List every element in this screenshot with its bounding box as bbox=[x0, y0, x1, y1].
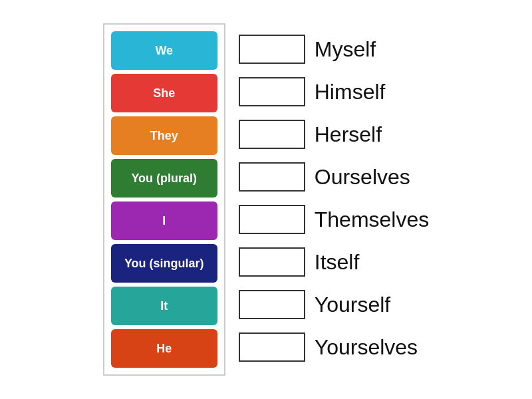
match-row: Yourselves bbox=[239, 328, 430, 366]
match-row: Itself bbox=[239, 243, 430, 281]
drop-box-himself[interactable] bbox=[239, 77, 305, 106]
reflexive-label: Myself bbox=[315, 37, 376, 62]
pronoun-btn-he[interactable]: He bbox=[111, 329, 217, 368]
match-row: Myself bbox=[239, 30, 430, 68]
main-container: WeSheTheyYou (plural)IYou (singular)ItHe… bbox=[90, 10, 443, 389]
drop-box-yourselves[interactable] bbox=[239, 332, 305, 362]
drop-box-myself[interactable] bbox=[239, 35, 305, 64]
drop-box-itself[interactable] bbox=[239, 247, 305, 277]
match-row: Themselves bbox=[239, 200, 430, 239]
reflexive-label: Yourselves bbox=[315, 335, 418, 360]
reflexives-column: MyselfHimselfHerselfOurselvesThemselvesI… bbox=[239, 23, 430, 366]
pronoun-btn-it[interactable]: It bbox=[111, 287, 217, 325]
reflexive-label: Herself bbox=[315, 122, 382, 147]
drop-box-herself[interactable] bbox=[239, 120, 305, 149]
pronoun-btn-they[interactable]: They bbox=[111, 116, 217, 155]
drop-box-yourself[interactable] bbox=[239, 290, 305, 319]
reflexive-label: Yourself bbox=[315, 293, 390, 317]
pronoun-btn-we[interactable]: We bbox=[111, 31, 217, 70]
match-row: Yourself bbox=[239, 285, 430, 324]
reflexive-label: Itself bbox=[315, 250, 360, 275]
pronouns-column: WeSheTheyYou (plural)IYou (singular)ItHe bbox=[103, 23, 225, 376]
pronoun-btn-she[interactable]: She bbox=[111, 74, 217, 112]
pronoun-btn-i[interactable]: I bbox=[111, 201, 217, 240]
drop-box-ourselves[interactable] bbox=[239, 162, 305, 192]
match-row: Ourselves bbox=[239, 158, 430, 196]
reflexive-label: Ourselves bbox=[315, 165, 410, 190]
reflexive-label: Themselves bbox=[315, 207, 430, 232]
match-row: Himself bbox=[239, 72, 430, 111]
pronoun-btn-you-plural[interactable]: You (plural) bbox=[111, 159, 217, 198]
drop-box-themselves[interactable] bbox=[239, 205, 305, 234]
match-row: Herself bbox=[239, 115, 430, 154]
pronoun-btn-you-singular[interactable]: You (singular) bbox=[111, 244, 217, 283]
reflexive-label: Himself bbox=[315, 80, 386, 104]
